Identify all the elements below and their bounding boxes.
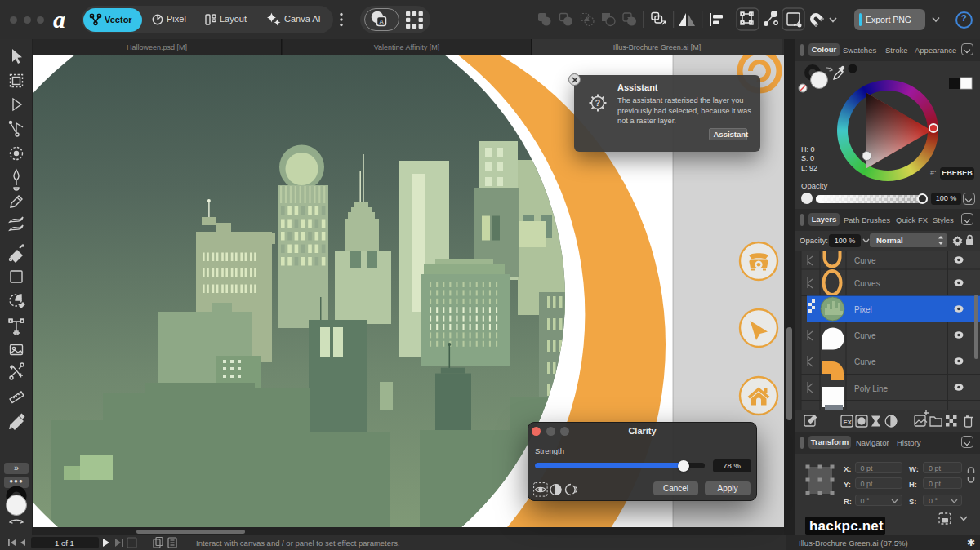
svg-text:FX: FX xyxy=(844,419,853,426)
svg-text:A: A xyxy=(379,18,384,26)
svg-text:Curve: Curve xyxy=(854,256,876,265)
svg-text:Curve: Curve xyxy=(854,331,876,340)
svg-text:Pixel: Pixel xyxy=(854,305,872,314)
svg-text:1 of 1: 1 of 1 xyxy=(55,539,74,548)
svg-text:Curve: Curve xyxy=(854,357,876,366)
svg-text:Curves: Curves xyxy=(854,279,880,288)
svg-text:?: ? xyxy=(595,98,601,108)
svg-text:a: a xyxy=(53,7,65,33)
svg-text:Poly Line: Poly Line xyxy=(854,384,889,393)
